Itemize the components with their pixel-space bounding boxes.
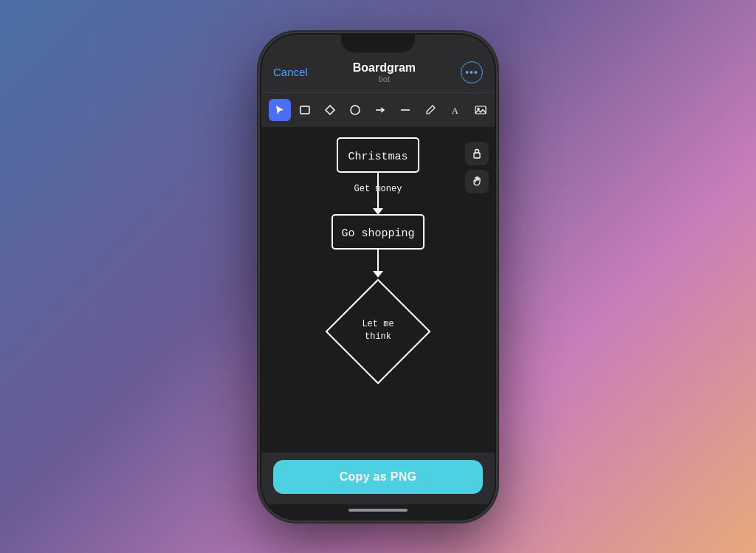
- arrow-icon: [374, 104, 386, 116]
- svg-text:A: A: [452, 106, 458, 116]
- cancel-button[interactable]: Cancel: [273, 66, 308, 78]
- copy-png-button[interactable]: Copy as PNG: [273, 460, 483, 494]
- svg-marker-19: [373, 208, 383, 215]
- header-title-group: Boardgram bot: [353, 61, 416, 83]
- image-icon: [475, 104, 487, 116]
- lock-button[interactable]: [465, 142, 489, 165]
- cursor-tool[interactable]: [269, 99, 291, 121]
- home-indicator-area: [261, 504, 495, 519]
- hand-icon: [471, 176, 483, 188]
- home-bar: [348, 509, 408, 512]
- more-button[interactable]: •••: [461, 61, 483, 83]
- svg-text:think: think: [365, 332, 391, 342]
- pencil-tool[interactable]: [419, 99, 441, 121]
- text-icon: A: [450, 104, 461, 116]
- cursor-icon: [274, 104, 286, 116]
- image-tool[interactable]: [470, 99, 492, 121]
- phone-screen: Cancel Boardgram bot •••: [261, 35, 495, 519]
- app-title: Boardgram: [353, 61, 416, 75]
- hand-button[interactable]: [465, 170, 489, 193]
- flowchart-svg: Christmas Get money Go shopping Let me t…: [282, 131, 474, 448]
- pencil-icon: [425, 104, 436, 116]
- phone-notch: [341, 33, 415, 52]
- rectangle-icon: [299, 104, 311, 116]
- christmas-label: Christmas: [348, 151, 408, 163]
- svg-marker-23: [373, 271, 383, 278]
- lock-icon: [471, 148, 483, 159]
- side-buttons: [465, 142, 489, 193]
- arrow-tool[interactable]: [369, 99, 391, 121]
- line-tool[interactable]: [394, 99, 416, 121]
- circle-icon: [349, 104, 361, 116]
- app-subtitle: bot: [353, 75, 416, 83]
- diamond-icon: [324, 104, 336, 116]
- svg-text:Go shopping: Go shopping: [341, 227, 414, 240]
- line-icon: [399, 104, 411, 116]
- text-tool[interactable]: A: [444, 99, 467, 121]
- more-icon: •••: [465, 67, 478, 78]
- svg-text:Let me: Let me: [362, 319, 394, 329]
- toolbar: A: [261, 92, 495, 127]
- svg-text:Get money: Get money: [354, 184, 402, 194]
- svg-rect-0: [300, 106, 309, 114]
- diamond-tool[interactable]: [319, 99, 341, 121]
- phone-frame: Cancel Boardgram bot •••: [260, 33, 496, 521]
- copy-btn-area: Copy as PNG: [261, 453, 495, 504]
- canvas-area[interactable]: Christmas Get money Go shopping Let me t…: [261, 127, 495, 453]
- circle-tool[interactable]: [344, 99, 366, 121]
- svg-rect-14: [474, 153, 480, 158]
- svg-marker-1: [326, 106, 334, 114]
- rectangle-tool[interactable]: [294, 99, 316, 121]
- svg-point-2: [351, 106, 360, 114]
